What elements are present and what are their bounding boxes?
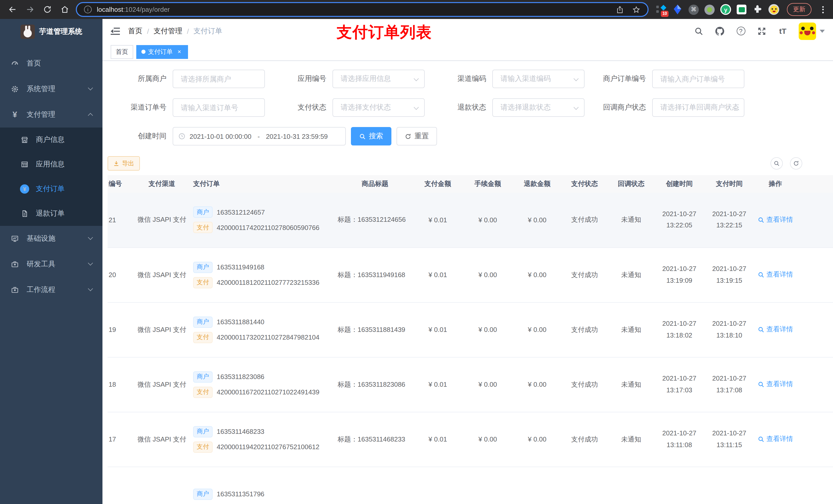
sidebar-item-home[interactable]: 首页	[0, 51, 102, 76]
chevron-down-icon	[573, 76, 579, 81]
search-icon	[774, 160, 780, 166]
browser-extensions: 10 ⌘ y 更新	[654, 3, 828, 16]
command-extension-icon[interactable]: ⌘	[689, 4, 699, 15]
extension-badge-icon[interactable]: 10	[656, 4, 667, 15]
cell-title: 标题：1635311881439	[337, 302, 413, 357]
col-fee: 手续金额	[462, 175, 513, 193]
col-pay-order: 支付订单	[191, 175, 337, 193]
gear-icon	[10, 85, 20, 94]
cell-status: 支付成功	[561, 412, 608, 466]
bookmark-star-icon[interactable]	[632, 5, 640, 14]
sidebar-item-refund-order[interactable]: 退款订单	[0, 201, 102, 226]
browser-update-button[interactable]: 更新	[787, 3, 811, 16]
y-extension-icon[interactable]: y	[720, 4, 731, 15]
merchant-tag: 商户	[193, 262, 213, 273]
notify-status-select[interactable]: 请选择订单回调商户状态	[652, 98, 744, 117]
col-channel: 支付渠道	[133, 175, 191, 193]
merchant-tag: 商户	[193, 371, 213, 382]
close-tab-icon[interactable]: ×	[176, 48, 183, 55]
view-detail-link[interactable]: 查看详情	[758, 325, 793, 334]
breadcrumb-home[interactable]: 首页	[128, 26, 142, 35]
cell-status: 支付成功	[561, 302, 608, 357]
cell-action: 查看详情	[754, 193, 833, 247]
date-range-picker[interactable]: 2021-10-01 00:00:00 - 2021-10-31 23:59:5…	[173, 127, 346, 145]
active-tab-dot	[141, 50, 145, 54]
search-icon	[758, 271, 764, 278]
info-icon[interactable]: i	[84, 6, 92, 13]
document-icon	[20, 209, 29, 218]
view-detail-link[interactable]: 查看详情	[758, 380, 793, 389]
search-button[interactable]: 搜索	[351, 127, 391, 145]
tab-pay-order[interactable]: 支付订单 ×	[136, 45, 188, 58]
pay-tag: 支付	[193, 386, 213, 398]
browser-menu-icon[interactable]	[822, 6, 824, 13]
forward-icon[interactable]	[25, 4, 35, 15]
user-menu[interactable]	[799, 22, 825, 40]
breadcrumb-pay[interactable]: 支付管理	[154, 26, 182, 35]
tab-home[interactable]: 首页	[111, 45, 133, 58]
sidebar-item-merchant-info[interactable]: 商户信息	[0, 127, 102, 152]
chat-extension-icon[interactable]	[737, 5, 746, 14]
sidebar-item-pay[interactable]: ¥ 支付管理	[0, 102, 102, 127]
chevron-down-icon	[414, 76, 419, 81]
dashboard-icon	[10, 59, 20, 68]
export-button[interactable]: 导出	[108, 156, 140, 171]
app-logo-row[interactable]: 芋道管理系统	[0, 19, 102, 45]
user-avatar	[799, 22, 816, 40]
sidebar-fold-icon[interactable]	[111, 27, 120, 34]
search-icon	[758, 326, 764, 333]
chevron-down-icon	[573, 105, 579, 110]
recorder-extension-icon[interactable]	[705, 4, 715, 15]
filter-label-refund-status: 退款状态	[432, 103, 492, 112]
profile-avatar-icon[interactable]	[768, 4, 779, 15]
view-detail-link[interactable]: 查看详情	[758, 270, 793, 280]
fullscreen-icon[interactable]	[757, 26, 767, 36]
merchant-order-no-input[interactable]	[652, 70, 744, 88]
cell-title: 标题：1635311949168	[337, 247, 413, 302]
url-bar[interactable]: i localhost:1024/pay/order	[76, 2, 648, 17]
help-icon[interactable]: ?	[736, 26, 746, 36]
refund-status-select[interactable]: 请选择退款状态	[492, 98, 585, 117]
cell-paid: 2021-10-2713:11:15	[705, 412, 754, 466]
share-icon[interactable]	[616, 5, 624, 14]
col-refund: 退款金额	[513, 175, 561, 193]
sidebar-item-pay-order[interactable]: ¥ 支付订单	[0, 177, 102, 201]
sidebar-item-system[interactable]: 系统管理	[0, 76, 102, 102]
reload-icon[interactable]	[42, 4, 52, 15]
back-icon[interactable]	[7, 4, 18, 15]
sidebar-item-devtools[interactable]: 研发工具	[0, 251, 102, 277]
app-select[interactable]: 请选择应用信息	[332, 70, 425, 88]
sidebar-item-workflow[interactable]: 工作流程	[0, 277, 102, 303]
extensions-puzzle-icon[interactable]	[752, 4, 763, 15]
reset-button[interactable]: 重置	[397, 127, 437, 145]
cell-fee: ¥ 0.00	[462, 302, 513, 357]
table-row: 21 微信 JSAPI 支付 商户1635312124657 支付4200001…	[108, 193, 833, 247]
merchant-input[interactable]	[173, 70, 265, 88]
table-row: 17 微信 JSAPI 支付 商户1635311468233 支付4200001…	[108, 412, 833, 466]
cell-title: 标题：1635311823086	[337, 357, 413, 412]
breadcrumb-current: 支付订单	[194, 26, 222, 35]
search-icon	[359, 133, 366, 140]
kite-extension-icon[interactable]	[672, 4, 683, 15]
github-icon[interactable]	[715, 26, 725, 36]
view-detail-link[interactable]: 查看详情	[758, 215, 793, 224]
cell-paid: 2021-10-2713:18:10	[705, 302, 754, 357]
toggle-search-button[interactable]	[770, 157, 783, 170]
refresh-table-button[interactable]	[790, 157, 802, 170]
search-icon[interactable]	[694, 26, 704, 36]
pay-status-select[interactable]: 请选择支付状态	[332, 98, 425, 117]
col-action: 操作	[754, 175, 833, 193]
sidebar-item-app-info[interactable]: 应用信息	[0, 152, 102, 177]
cell-action: 查看详情	[754, 302, 833, 357]
sidebar-item-infra[interactable]: 基础设施	[0, 226, 102, 251]
merchant-tag: 商户	[193, 207, 213, 218]
font-size-icon[interactable]: tT	[778, 26, 788, 36]
cell-fee: ¥ 0.00	[462, 193, 513, 247]
channel-code-select[interactable]: 请输入渠道编码	[492, 70, 585, 88]
home-icon[interactable]	[60, 4, 70, 15]
view-detail-link[interactable]: 查看详情	[758, 435, 793, 444]
cell-created: 2021-10-2713:11:08	[654, 412, 705, 466]
channel-order-no-input[interactable]	[173, 98, 265, 117]
cell-refund: ¥ 0.00	[513, 357, 561, 412]
cell-id: 21	[108, 193, 133, 247]
